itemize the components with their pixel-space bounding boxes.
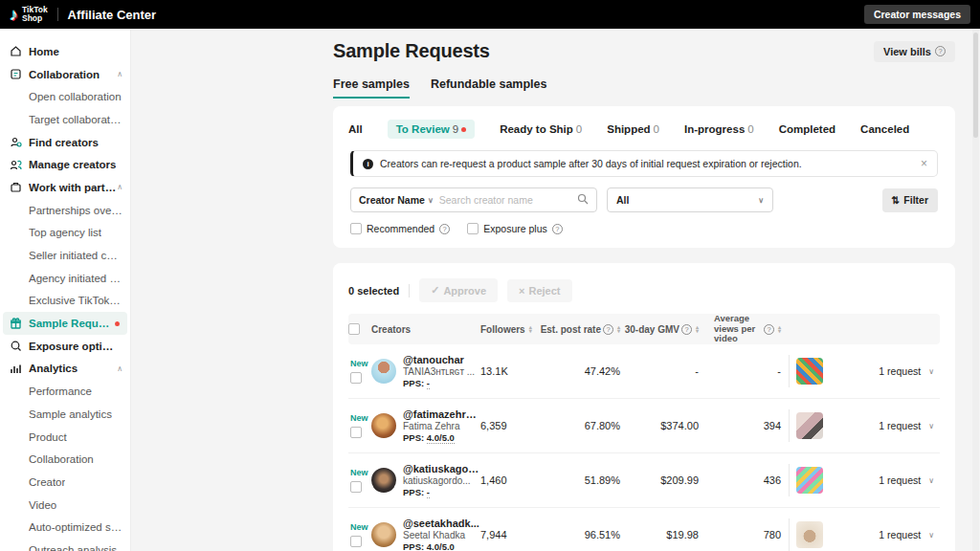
table-row: New @tanouchar TANIA3ʜᴛʟʀɢᴛ ... PPS: - 1…: [348, 344, 940, 399]
creator-handle[interactable]: @seetakhadk...: [403, 518, 479, 529]
sidebar-item-outreach-analysis[interactable]: Outreach analysis: [0, 539, 130, 551]
sort-icon[interactable]: ▴▾: [778, 325, 781, 334]
request-count-dropdown[interactable]: 1 request∨: [840, 365, 940, 377]
table-row: New @fatimazehra... Fatima Zehra PPS: 4.…: [348, 399, 940, 453]
sidebar-item-target-collaboration[interactable]: Target collaboration: [0, 108, 130, 131]
sidebar-item-exposure-optimization[interactable]: Exposure optimization: [0, 335, 130, 358]
row-checkbox[interactable]: [350, 372, 362, 384]
chevron-down-icon: ∨: [428, 196, 434, 205]
sidebar-item-partnerships-overview[interactable]: Partnerships overview: [0, 199, 130, 222]
tab-free-samples[interactable]: Free samples: [333, 77, 410, 99]
sidebar-item-performance[interactable]: Performance: [0, 380, 130, 403]
gift-icon: [10, 318, 22, 330]
sidebar-item-creator[interactable]: Creator: [0, 471, 130, 494]
row-checkbox[interactable]: [350, 536, 362, 547]
table-row: New @katiuskagor... katiuskagordo... PPS…: [348, 453, 940, 508]
sidebar-item-auto-optimized-samples[interactable]: Auto-optimized samples: [0, 516, 130, 539]
status-tabs: All To Review 9 Ready to Ship0 Shipped0 …: [333, 118, 955, 150]
exposure-plus-checkbox[interactable]: [467, 223, 479, 234]
gmv-value: $374.00: [620, 420, 699, 431]
chevron-up-icon: ∧: [117, 70, 122, 78]
view-bills-button[interactable]: View bills ?: [874, 41, 955, 62]
brand-text: TikTok Shop: [22, 6, 48, 23]
creator-name: Seetal Khadka: [403, 530, 479, 540]
top-bar: ♪ TikTok Shop Affiliate Center Creator m…: [0, 0, 980, 29]
sidebar-item-manage-creators[interactable]: Manage creators: [0, 153, 130, 176]
status-tab-in-progress[interactable]: In-progress0: [684, 123, 754, 135]
close-icon[interactable]: ×: [921, 157, 927, 170]
status-tab-all[interactable]: All: [348, 123, 363, 135]
magnifier-icon: [10, 340, 22, 352]
search-input[interactable]: [439, 194, 577, 206]
creator-messages-button[interactable]: Creator messages: [864, 5, 970, 24]
recommended-checkbox[interactable]: [350, 223, 362, 234]
status-tab-canceled[interactable]: Canceled: [860, 123, 909, 135]
chevron-up-icon: ∧: [117, 183, 122, 191]
tiktok-shop-logo[interactable]: ♪ TikTok Shop: [10, 6, 48, 23]
sidebar-item-exclusive-tiktok-shop[interactable]: Exclusive TikTok Shop c...: [0, 290, 130, 313]
sidebar-item-seller-initiated-campaigns[interactable]: Seller initiated campaig...: [0, 244, 130, 267]
status-tab-shipped[interactable]: Shipped0: [607, 123, 659, 135]
help-icon: ?: [681, 324, 692, 335]
info-banner: i Creators can re-request a product samp…: [350, 150, 938, 177]
reject-button[interactable]: ×Reject: [507, 279, 571, 302]
product-thumbnail[interactable]: [796, 412, 823, 439]
sidebar-item-collaboration[interactable]: Collaboration ∧: [0, 63, 130, 86]
header-est-post-rate: Est. post rate?▴▾: [536, 324, 620, 335]
category-select[interactable]: All ∨: [607, 187, 773, 212]
sidebar-item-agency-initiated-campaigns[interactable]: Agency initiated campa...: [0, 267, 130, 290]
search-type-dropdown[interactable]: Creator Name ∨: [359, 194, 434, 206]
request-count-dropdown[interactable]: 1 request∨: [840, 529, 940, 540]
sidebar-item-analytics[interactable]: Analytics ∧: [0, 358, 130, 381]
gmv-value: $209.99: [620, 474, 699, 486]
bar-chart-icon: [10, 363, 22, 375]
creator-name: katiuskagordo...: [403, 475, 480, 486]
exposure-plus-filter: Exposure plus ?: [467, 223, 563, 234]
header-avg-views: Average views per video?▴▾: [699, 314, 781, 344]
sidebar-item-product[interactable]: Product: [0, 426, 130, 449]
search-icon: [577, 191, 589, 209]
request-count-dropdown[interactable]: 1 request∨: [840, 474, 940, 486]
table-row: New @seetakhadk... Seetal Khadka PPS: 4.…: [348, 508, 940, 551]
pps-value: -: [427, 378, 430, 389]
avatar: [371, 522, 396, 547]
tab-refundable-samples[interactable]: Refundable samples: [431, 77, 547, 99]
sidebar-item-work-with-partners[interactable]: Work with partners ∧: [0, 176, 130, 199]
creator-search-combo: Creator Name ∨: [350, 187, 597, 212]
sidebar-item-collaboration-analytics[interactable]: Collaboration: [0, 448, 130, 471]
status-tab-completed[interactable]: Completed: [779, 123, 835, 135]
sidebar-item-open-collaboration[interactable]: Open collaboration: [0, 85, 130, 108]
creator-handle[interactable]: @tanouchar: [403, 354, 475, 365]
avg-views-value: -: [699, 365, 781, 377]
sidebar-item-home[interactable]: Home: [0, 40, 130, 63]
status-tab-ready-to-ship[interactable]: Ready to Ship0: [500, 123, 582, 135]
sidebar-item-sample-analytics[interactable]: Sample analytics: [0, 403, 130, 426]
row-checkbox[interactable]: [350, 427, 362, 438]
product-thumbnail[interactable]: [796, 467, 823, 494]
select-all-checkbox[interactable]: [348, 323, 360, 335]
product-thumbnail[interactable]: [796, 358, 823, 385]
approve-button[interactable]: ✓Approve: [419, 278, 498, 302]
creator-handle[interactable]: @katiuskagor...: [403, 463, 480, 474]
scrollbar-thumb[interactable]: [973, 33, 978, 138]
sidebar-item-sample-requests[interactable]: Sample Requests: [3, 312, 127, 335]
sidebar-item-video[interactable]: Video: [0, 494, 130, 517]
sidebar-item-top-agency-list[interactable]: Top agency list: [0, 222, 130, 245]
chevron-up-icon: ∧: [117, 364, 122, 373]
tiktok-note-icon: ♪: [10, 6, 18, 23]
row-checkbox[interactable]: [350, 481, 362, 493]
chevron-down-icon: ∨: [928, 422, 934, 430]
avg-views-value: 436: [699, 474, 781, 486]
scrollbar[interactable]: [972, 29, 979, 551]
gmv-value: $19.98: [620, 529, 699, 540]
select-value: All: [616, 194, 629, 206]
request-count-dropdown[interactable]: 1 request∨: [840, 420, 940, 431]
creator-handle[interactable]: @fatimazehra...: [403, 408, 480, 420]
status-tab-to-review[interactable]: To Review 9: [388, 120, 475, 139]
header-creators: Creators: [371, 324, 480, 335]
product-thumbnail[interactable]: [796, 521, 823, 548]
sort-icon[interactable]: ▴▾: [529, 325, 532, 334]
filter-button[interactable]: ⇅ Filter: [882, 188, 938, 212]
sidebar-item-find-creators[interactable]: Find creators: [0, 131, 130, 154]
home-icon: [10, 45, 22, 57]
